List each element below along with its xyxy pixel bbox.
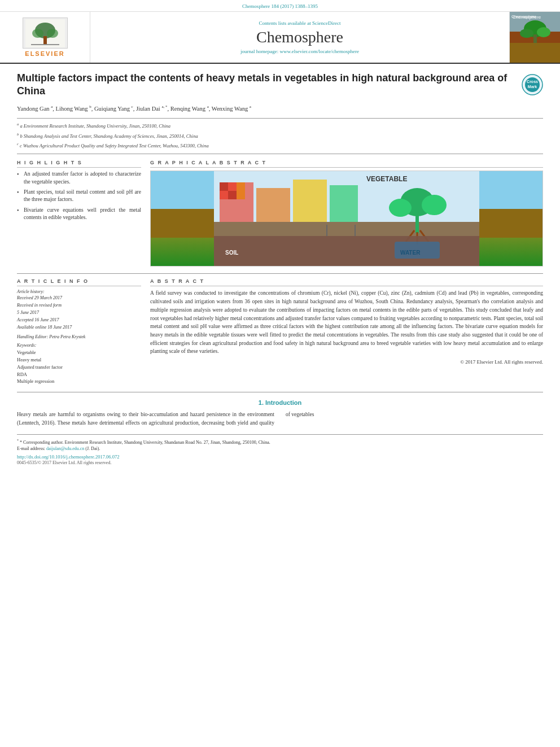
- svg-rect-21: [256, 188, 290, 222]
- keywords-section: Keywords: Vegetable Heavy metal Adjusted…: [17, 343, 141, 385]
- highlight-item-3: Bivariate curve equations well predict t…: [17, 207, 141, 222]
- accepted-date: Accepted 16 June 2017: [17, 317, 141, 324]
- svg-text:Chemosphere: Chemosphere: [513, 15, 541, 20]
- svg-rect-28: [228, 191, 237, 199]
- keyword-5: Multiple regression: [17, 378, 141, 385]
- highlight-item-1: An adjusted transfer factor is adopted t…: [17, 171, 141, 186]
- svg-point-33: [422, 195, 447, 215]
- info-abstract-section: A R T I C L E I N F O Article history: R…: [17, 273, 543, 385]
- journal-citation: Chemosphere 184 (2017) 1388–1395: [242, 3, 318, 9]
- article-title-section: Multiple factors impact the contents of …: [17, 72, 543, 98]
- available-date: Available online 18 June 2017: [17, 324, 141, 331]
- svg-point-3: [47, 29, 58, 38]
- highlights-label: H I G H L I G H T S: [17, 160, 141, 168]
- keyword-3: Adjusted transfer factor: [17, 364, 141, 371]
- journal-header: ELSEVIER Contents lists available at Sci…: [0, 12, 560, 64]
- journal-title: Chemosphere: [256, 28, 343, 46]
- highlights-list: An adjusted transfer factor is adopted t…: [17, 171, 141, 221]
- rights-text: 0045-6535/© 2017 Elsevier Ltd. All right…: [17, 460, 543, 465]
- svg-rect-34: [415, 211, 419, 233]
- abstract-column: A B S T R A C T A field survey was condu…: [150, 278, 543, 385]
- copyright-line: © 2017 Elsevier Ltd. All rights reserved…: [150, 359, 543, 365]
- svg-rect-25: [228, 182, 237, 191]
- svg-rect-24: [220, 182, 228, 191]
- graphical-abstract-image: VEGETABLE: [150, 171, 543, 267]
- email-link[interactable]: daijulan@sdu.edu.cn: [46, 446, 84, 451]
- highlights-graphical-section: H I G H L I G H T S An adjusted transfer…: [17, 160, 543, 267]
- svg-text:WATER: WATER: [400, 250, 421, 256]
- abstract-text: A field survey was conducted to investig…: [150, 289, 543, 356]
- doi-link[interactable]: http://dx.doi.org/10.1016/j.chemosphere.…: [17, 454, 543, 460]
- svg-rect-27: [220, 191, 228, 199]
- article-history-group: Article history: Received 29 March 2017 …: [17, 289, 141, 331]
- introduction-title: 1. Introduction: [17, 399, 543, 406]
- affiliation-a: a a Environment Research Institute, Shan…: [17, 121, 543, 130]
- svg-rect-12: [510, 43, 560, 63]
- article-dates: Received 29 March 2017 Received in revis…: [17, 295, 141, 331]
- highlights-column: H I G H L I G H T S An adjusted transfer…: [17, 160, 141, 267]
- footnotes-section: * * Corresponding author. Environment Re…: [17, 434, 543, 466]
- journal-homepage-link[interactable]: www.elsevier.com/locate/chemosphere: [280, 49, 359, 54]
- svg-point-9: [520, 29, 533, 38]
- svg-rect-22: [293, 180, 327, 222]
- affiliation-c: c c Wuzhou Agricultural Product Quality …: [17, 141, 543, 150]
- revised-date: 5 June 2017: [17, 309, 141, 317]
- science-direct-link[interactable]: ScienceDirect: [312, 20, 340, 26]
- elsevier-logo-section: ELSEVIER: [0, 12, 90, 63]
- elsevier-tree-logo: [23, 18, 68, 49]
- received-date: Received 29 March 2017: [17, 295, 141, 302]
- elsevier-text: ELSEVIER: [25, 50, 64, 57]
- svg-rect-23: [330, 185, 358, 222]
- affiliation-b: b b Shandong Analysis and Test Center, S…: [17, 132, 543, 140]
- science-direct-line: Contents lists available at ScienceDirec…: [259, 20, 341, 26]
- svg-rect-29: [237, 191, 245, 199]
- svg-text:Mark: Mark: [528, 85, 537, 89]
- article-info-label: A R T I C L E I N F O: [17, 278, 141, 286]
- graphical-abstract-label: G R A P H I C A L A B S T R A C T: [150, 160, 543, 168]
- journal-info-center: Contents lists available at ScienceDirec…: [90, 12, 509, 63]
- introduction-text: Heavy metals are harmful to organisms ow…: [17, 410, 543, 427]
- corresponding-author-note: * * Corresponding author. Environment Re…: [17, 438, 543, 446]
- keyword-4: RDA: [17, 371, 141, 378]
- svg-text:Cross: Cross: [527, 80, 538, 84]
- email-note: E-mail address: daijulan@sdu.edu.cn (J. …: [17, 445, 543, 452]
- svg-point-32: [389, 199, 412, 217]
- keywords-label: Keywords:: [17, 343, 141, 348]
- revised-label: Received in revised form: [17, 302, 141, 309]
- svg-point-2: [32, 29, 43, 38]
- journal-homepage: journal homepage: www.elsevier.com/locat…: [240, 49, 359, 54]
- graphical-abstract-column: G R A P H I C A L A B S T R A C T: [150, 160, 543, 267]
- article-content: Multiple factors impact the contents of …: [0, 64, 560, 471]
- handling-editor: Handling Editor: Petra Petra Krystek: [17, 334, 141, 339]
- svg-text:SOIL: SOIL: [225, 250, 238, 256]
- keyword-2: Heavy metal: [17, 356, 141, 364]
- keyword-1: Vegetable: [17, 349, 141, 356]
- journal-cover-thumbnail: Chemosphere: [510, 12, 560, 63]
- authors-line: Yandong Gan a, Lihong Wang b, Guiqiang Y…: [17, 104, 543, 113]
- highlight-item-2: Plant species, total soil metal content …: [17, 189, 141, 204]
- article-info-column: A R T I C L E I N F O Article history: R…: [17, 278, 141, 385]
- article-title-text: Multiple factors impact the contents of …: [17, 72, 522, 98]
- svg-point-10: [537, 27, 550, 37]
- svg-rect-4: [43, 36, 47, 44]
- svg-rect-26: [237, 182, 245, 191]
- section-divider: [17, 392, 543, 392]
- article-history-label: Article history:: [17, 289, 141, 294]
- affiliations-section: a a Environment Research Institute, Shan…: [17, 118, 543, 154]
- svg-text:VEGETABLE: VEGETABLE: [366, 175, 407, 183]
- abstract-label: A B S T R A C T: [150, 278, 543, 286]
- journal-cover-section: Chemosphere: [509, 12, 560, 63]
- crossmark-badge: Cross Mark: [522, 74, 543, 95]
- introduction-section: 1. Introduction Heavy metals are harmful…: [17, 399, 543, 427]
- journal-citation-bar: Chemosphere 184 (2017) 1388–1395: [0, 0, 560, 12]
